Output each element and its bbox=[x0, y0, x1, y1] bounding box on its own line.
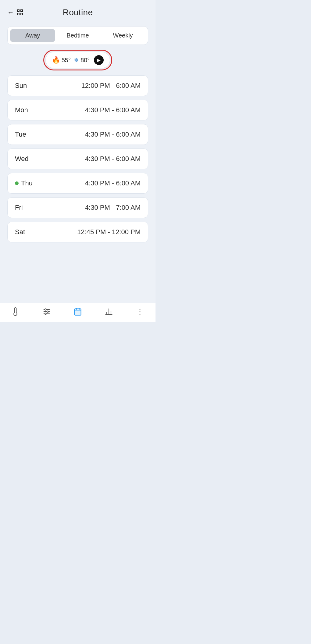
schedule-list: Sun 12:00 PM - 6:00 AM Mon 4:30 PM - 6:0… bbox=[7, 75, 148, 242]
schedule-row-thu[interactable]: Thu 4:30 PM - 6:00 AM bbox=[7, 173, 148, 194]
tab-away[interactable]: Away bbox=[10, 29, 55, 42]
time-wed: 4:30 PM - 6:00 AM bbox=[85, 155, 141, 163]
time-fri: 4:30 PM - 7:00 AM bbox=[85, 204, 141, 212]
tab-bedtime[interactable]: Bedtime bbox=[55, 29, 100, 42]
thermometer-icon bbox=[11, 307, 20, 316]
day-fri: Fri bbox=[15, 204, 39, 212]
time-sun: 12:00 PM - 6:00 AM bbox=[81, 82, 141, 90]
temp-pill[interactable]: 🔥 55° ❄ 80° ▶ bbox=[45, 52, 110, 68]
tab-bar: Away Bedtime Weekly bbox=[7, 26, 148, 45]
back-button[interactable]: ← bbox=[7, 9, 14, 16]
active-indicator bbox=[15, 181, 19, 185]
calendar-icon bbox=[73, 307, 82, 316]
cool-temp: ❄ 80° bbox=[74, 56, 90, 64]
fire-icon: 🔥 bbox=[52, 56, 60, 64]
schedule-row-wed[interactable]: Wed 4:30 PM - 6:00 AM bbox=[7, 148, 148, 169]
arrow-button[interactable]: ▶ bbox=[94, 55, 104, 65]
day-wed: Wed bbox=[15, 155, 39, 163]
time-sat: 12:45 PM - 12:00 PM bbox=[77, 228, 141, 236]
page-title: Routine bbox=[63, 8, 93, 17]
grid-icon[interactable] bbox=[17, 9, 23, 16]
day-sat: Sat bbox=[15, 228, 39, 236]
svg-rect-6 bbox=[75, 309, 81, 315]
tab-weekly[interactable]: Weekly bbox=[100, 29, 145, 42]
nav-more[interactable]: ⋮ bbox=[124, 307, 156, 316]
sliders-icon bbox=[42, 307, 51, 316]
schedule-row-sat[interactable]: Sat 12:45 PM - 12:00 PM bbox=[7, 222, 148, 242]
header-left: ← bbox=[7, 9, 23, 16]
schedule-row-sun[interactable]: Sun 12:00 PM - 6:00 AM bbox=[7, 75, 148, 96]
nav-thermometer[interactable] bbox=[0, 307, 31, 316]
schedule-row-mon[interactable]: Mon 4:30 PM - 6:00 AM bbox=[7, 100, 148, 120]
time-thu: 4:30 PM - 6:00 AM bbox=[85, 179, 141, 187]
heat-value: 55° bbox=[62, 57, 71, 64]
bottom-nav: ⋮ bbox=[0, 303, 156, 322]
svg-point-3 bbox=[45, 309, 46, 310]
day-mon: Mon bbox=[15, 106, 39, 114]
time-mon: 4:30 PM - 6:00 AM bbox=[85, 106, 141, 114]
time-tue: 4:30 PM - 6:00 AM bbox=[85, 131, 141, 138]
schedule-row-fri[interactable]: Fri 4:30 PM - 7:00 AM bbox=[7, 197, 148, 218]
more-icon: ⋮ bbox=[136, 307, 144, 316]
main-content: Away Bedtime Weekly 🔥 55° ❄ 80° ▶ Sun 12… bbox=[0, 21, 156, 303]
nav-sliders[interactable] bbox=[31, 307, 62, 316]
day-sun: Sun bbox=[15, 82, 39, 90]
temp-pill-highlight: 🔥 55° ❄ 80° ▶ bbox=[43, 50, 113, 70]
nav-chart[interactable] bbox=[93, 307, 124, 316]
heat-temp: 🔥 55° bbox=[52, 56, 71, 64]
cool-value: 80° bbox=[80, 57, 90, 64]
day-thu: Thu bbox=[15, 179, 39, 187]
svg-point-5 bbox=[45, 313, 46, 315]
temperature-section: 🔥 55° ❄ 80° ▶ bbox=[7, 50, 148, 70]
chart-icon bbox=[105, 307, 113, 316]
snowflake-icon: ❄ bbox=[74, 56, 79, 64]
day-tue: Tue bbox=[15, 131, 39, 138]
nav-calendar[interactable] bbox=[62, 307, 93, 316]
header: ← Routine bbox=[0, 0, 156, 21]
svg-point-4 bbox=[47, 311, 48, 313]
schedule-row-tue[interactable]: Tue 4:30 PM - 6:00 AM bbox=[7, 124, 148, 145]
